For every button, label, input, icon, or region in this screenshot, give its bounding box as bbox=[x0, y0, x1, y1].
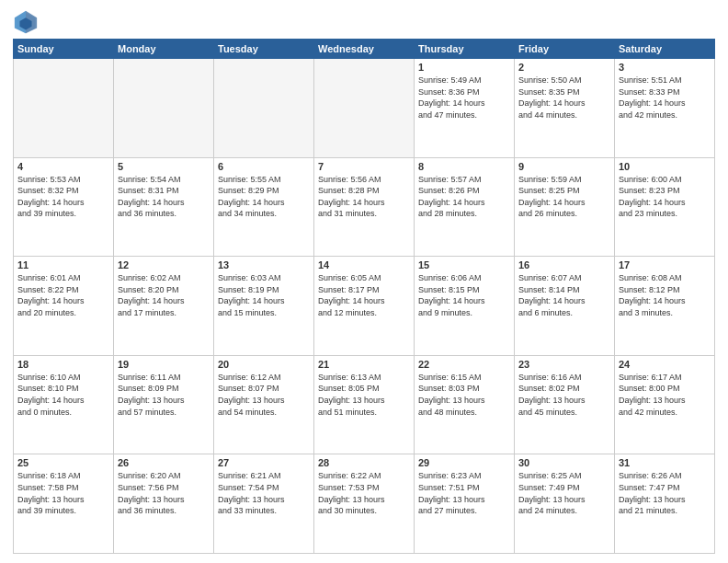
day-info: Sunrise: 5:54 AMSunset: 8:31 PMDaylight:… bbox=[118, 174, 210, 220]
day-cell: 25Sunrise: 6:18 AMSunset: 7:58 PMDayligh… bbox=[14, 454, 114, 554]
day-cell bbox=[114, 59, 214, 158]
day-number: 8 bbox=[418, 161, 510, 172]
day-info: Sunrise: 6:23 AMSunset: 7:51 PMDaylight:… bbox=[418, 470, 510, 516]
logo-icon bbox=[13, 9, 39, 35]
day-info: Sunrise: 6:20 AMSunset: 7:56 PMDaylight:… bbox=[118, 470, 210, 516]
day-cell: 16Sunrise: 6:07 AMSunset: 8:14 PMDayligh… bbox=[515, 257, 615, 356]
day-info: Sunrise: 6:17 AMSunset: 8:00 PMDaylight:… bbox=[619, 372, 711, 418]
logo bbox=[13, 9, 42, 35]
day-cell: 4Sunrise: 5:53 AMSunset: 8:32 PMDaylight… bbox=[14, 157, 114, 257]
day-cell: 29Sunrise: 6:23 AMSunset: 7:51 PMDayligh… bbox=[415, 454, 515, 554]
day-info: Sunrise: 6:15 AMSunset: 8:03 PMDaylight:… bbox=[418, 372, 510, 418]
day-info: Sunrise: 6:08 AMSunset: 8:12 PMDaylight:… bbox=[619, 272, 711, 318]
day-cell: 11Sunrise: 6:01 AMSunset: 8:22 PMDayligh… bbox=[14, 257, 114, 356]
weekday-header-row: SundayMondayTuesdayWednesdayThursdayFrid… bbox=[14, 40, 715, 59]
day-info: Sunrise: 6:12 AMSunset: 8:07 PMDaylight:… bbox=[218, 372, 310, 418]
weekday-header-wednesday: Wednesday bbox=[314, 40, 415, 59]
day-number: 30 bbox=[518, 457, 610, 468]
day-number: 19 bbox=[118, 359, 210, 370]
day-info: Sunrise: 6:01 AMSunset: 8:22 PMDaylight:… bbox=[17, 272, 109, 318]
day-number: 21 bbox=[318, 359, 410, 370]
day-number: 11 bbox=[17, 259, 109, 270]
weekday-header-tuesday: Tuesday bbox=[214, 40, 314, 59]
day-cell: 10Sunrise: 6:00 AMSunset: 8:23 PMDayligh… bbox=[615, 157, 715, 257]
day-info: Sunrise: 6:06 AMSunset: 8:15 PMDaylight:… bbox=[418, 272, 510, 318]
day-cell: 31Sunrise: 6:26 AMSunset: 7:47 PMDayligh… bbox=[615, 454, 715, 554]
day-info: Sunrise: 5:57 AMSunset: 8:26 PMDaylight:… bbox=[418, 174, 510, 220]
week-row-5: 25Sunrise: 6:18 AMSunset: 7:58 PMDayligh… bbox=[14, 454, 715, 554]
day-cell: 21Sunrise: 6:13 AMSunset: 8:05 PMDayligh… bbox=[314, 355, 415, 454]
weekday-header-sunday: Sunday bbox=[14, 40, 114, 59]
day-info: Sunrise: 5:55 AMSunset: 8:29 PMDaylight:… bbox=[218, 174, 310, 220]
day-info: Sunrise: 6:02 AMSunset: 8:20 PMDaylight:… bbox=[118, 272, 210, 318]
day-cell: 2Sunrise: 5:50 AMSunset: 8:35 PMDaylight… bbox=[515, 59, 615, 158]
day-info: Sunrise: 5:56 AMSunset: 8:28 PMDaylight:… bbox=[318, 174, 410, 220]
day-info: Sunrise: 6:21 AMSunset: 7:54 PMDaylight:… bbox=[218, 470, 310, 516]
day-info: Sunrise: 6:10 AMSunset: 8:10 PMDaylight:… bbox=[17, 372, 109, 418]
day-cell: 5Sunrise: 5:54 AMSunset: 8:31 PMDaylight… bbox=[114, 157, 214, 257]
day-number: 31 bbox=[619, 457, 711, 468]
day-number: 18 bbox=[17, 359, 109, 370]
header bbox=[13, 9, 715, 35]
day-cell: 13Sunrise: 6:03 AMSunset: 8:19 PMDayligh… bbox=[214, 257, 314, 356]
weekday-header-thursday: Thursday bbox=[415, 40, 515, 59]
week-row-3: 11Sunrise: 6:01 AMSunset: 8:22 PMDayligh… bbox=[14, 257, 715, 356]
day-cell: 19Sunrise: 6:11 AMSunset: 8:09 PMDayligh… bbox=[114, 355, 214, 454]
day-info: Sunrise: 5:59 AMSunset: 8:25 PMDaylight:… bbox=[518, 174, 610, 220]
day-cell: 12Sunrise: 6:02 AMSunset: 8:20 PMDayligh… bbox=[114, 257, 214, 356]
day-number: 15 bbox=[418, 259, 510, 270]
day-cell: 15Sunrise: 6:06 AMSunset: 8:15 PMDayligh… bbox=[415, 257, 515, 356]
day-number: 24 bbox=[619, 359, 711, 370]
day-number: 6 bbox=[218, 161, 310, 172]
day-cell: 1Sunrise: 5:49 AMSunset: 8:36 PMDaylight… bbox=[415, 59, 515, 158]
week-row-2: 4Sunrise: 5:53 AMSunset: 8:32 PMDaylight… bbox=[14, 157, 715, 257]
day-cell: 8Sunrise: 5:57 AMSunset: 8:26 PMDaylight… bbox=[415, 157, 515, 257]
day-info: Sunrise: 6:16 AMSunset: 8:02 PMDaylight:… bbox=[518, 372, 610, 418]
day-number: 13 bbox=[218, 259, 310, 270]
day-number: 26 bbox=[118, 457, 210, 468]
day-info: Sunrise: 5:51 AMSunset: 8:33 PMDaylight:… bbox=[619, 75, 711, 121]
day-number: 7 bbox=[318, 161, 410, 172]
weekday-header-saturday: Saturday bbox=[615, 40, 715, 59]
day-number: 23 bbox=[518, 359, 610, 370]
day-cell: 22Sunrise: 6:15 AMSunset: 8:03 PMDayligh… bbox=[415, 355, 515, 454]
calendar-table: SundayMondayTuesdayWednesdayThursdayFrid… bbox=[13, 39, 715, 554]
day-number: 5 bbox=[118, 161, 210, 172]
day-cell: 14Sunrise: 6:05 AMSunset: 8:17 PMDayligh… bbox=[314, 257, 415, 356]
week-row-4: 18Sunrise: 6:10 AMSunset: 8:10 PMDayligh… bbox=[14, 355, 715, 454]
day-cell: 24Sunrise: 6:17 AMSunset: 8:00 PMDayligh… bbox=[615, 355, 715, 454]
day-number: 12 bbox=[118, 259, 210, 270]
day-number: 17 bbox=[619, 259, 711, 270]
day-cell bbox=[14, 59, 114, 158]
day-info: Sunrise: 6:00 AMSunset: 8:23 PMDaylight:… bbox=[619, 174, 711, 220]
day-number: 14 bbox=[318, 259, 410, 270]
day-info: Sunrise: 6:18 AMSunset: 7:58 PMDaylight:… bbox=[17, 470, 109, 516]
day-number: 3 bbox=[619, 62, 711, 73]
day-cell: 18Sunrise: 6:10 AMSunset: 8:10 PMDayligh… bbox=[14, 355, 114, 454]
day-number: 25 bbox=[17, 457, 109, 468]
day-info: Sunrise: 6:22 AMSunset: 7:53 PMDaylight:… bbox=[318, 470, 410, 516]
weekday-header-monday: Monday bbox=[114, 40, 214, 59]
day-cell: 9Sunrise: 5:59 AMSunset: 8:25 PMDaylight… bbox=[515, 157, 615, 257]
day-cell: 30Sunrise: 6:25 AMSunset: 7:49 PMDayligh… bbox=[515, 454, 615, 554]
day-number: 9 bbox=[518, 161, 610, 172]
day-info: Sunrise: 6:25 AMSunset: 7:49 PMDaylight:… bbox=[518, 470, 610, 516]
day-cell bbox=[214, 59, 314, 158]
day-number: 10 bbox=[619, 161, 711, 172]
day-cell: 6Sunrise: 5:55 AMSunset: 8:29 PMDaylight… bbox=[214, 157, 314, 257]
day-info: Sunrise: 6:03 AMSunset: 8:19 PMDaylight:… bbox=[218, 272, 310, 318]
day-cell bbox=[314, 59, 415, 158]
day-cell: 23Sunrise: 6:16 AMSunset: 8:02 PMDayligh… bbox=[515, 355, 615, 454]
day-info: Sunrise: 6:13 AMSunset: 8:05 PMDaylight:… bbox=[318, 372, 410, 418]
day-number: 27 bbox=[218, 457, 310, 468]
day-number: 2 bbox=[518, 62, 610, 73]
day-cell: 20Sunrise: 6:12 AMSunset: 8:07 PMDayligh… bbox=[214, 355, 314, 454]
weekday-header-friday: Friday bbox=[515, 40, 615, 59]
day-cell: 3Sunrise: 5:51 AMSunset: 8:33 PMDaylight… bbox=[615, 59, 715, 158]
day-info: Sunrise: 5:49 AMSunset: 8:36 PMDaylight:… bbox=[418, 75, 510, 121]
day-number: 22 bbox=[418, 359, 510, 370]
day-number: 28 bbox=[318, 457, 410, 468]
day-number: 1 bbox=[418, 62, 510, 73]
day-info: Sunrise: 6:07 AMSunset: 8:14 PMDaylight:… bbox=[518, 272, 610, 318]
day-info: Sunrise: 5:53 AMSunset: 8:32 PMDaylight:… bbox=[17, 174, 109, 220]
